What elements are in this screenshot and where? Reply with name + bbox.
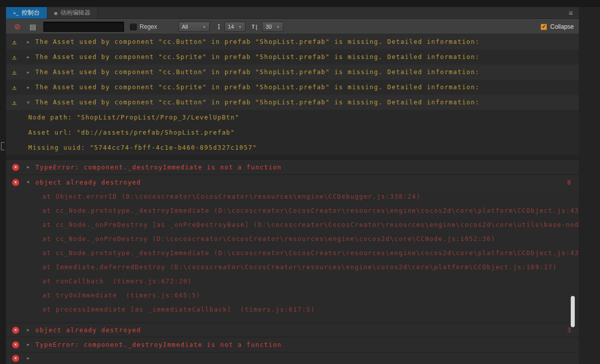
error-icon: ✕	[12, 341, 19, 348]
chevron-right-icon[interactable]: ▶	[25, 40, 31, 44]
chevron-down-icon[interactable]: ▼	[25, 100, 31, 105]
warning-icon: ⚠	[12, 84, 21, 91]
line-height-dropdown[interactable]: 30 ▼	[262, 22, 283, 32]
detail-text: Asset url: "db://assets/prefab/ShopList.…	[28, 129, 235, 136]
console-log-area[interactable]: ⚠ ▶ The Asset used by component "cc.Butt…	[6, 34, 579, 364]
error-count-badge: 8	[567, 179, 571, 186]
line-height-icon: T|	[252, 24, 258, 30]
log-row-warning[interactable]: ⚠ ▶ The Asset used by component "cc.Butt…	[6, 65, 579, 80]
section-divider	[6, 155, 579, 159]
chevron-right-icon[interactable]: ▶	[25, 165, 31, 169]
console-toolbar: ⊘ ▤ Regex All ▼ I 14 ▼ T| 30 ▼ ✓ Collaps…	[6, 19, 579, 34]
stack-text: at Object.errorID (D:\cocoscreator\Cocos…	[42, 193, 421, 200]
stack-text: at tryOnImmediate (timers.js:645:5)	[42, 292, 201, 299]
log-file-icon[interactable]: ▤	[30, 23, 36, 30]
filter-value: All	[182, 24, 188, 30]
tab-console-label: 控制台	[22, 9, 40, 17]
error-icon: ✕	[12, 355, 19, 362]
stack-text: at cc_Node.prototype._destroyImmediate (…	[42, 250, 579, 257]
warning-detail-line: Node path: "ShopList/PropList/Prop_3/Lev…	[6, 110, 579, 125]
log-row-error-expanded[interactable]: ✕ ▼ object already destroyed 8	[6, 174, 579, 190]
stack-trace-line: at tryOnImmediate (timers.js:645:5)	[6, 288, 579, 302]
chevron-down-icon[interactable]: ▼	[25, 180, 31, 185]
left-panel-handle[interactable]	[1, 142, 5, 150]
font-size-value: 14	[228, 24, 234, 30]
log-row-error[interactable]: ✕ ▶ TypeError: component._destroyImmedia…	[6, 159, 579, 174]
stack-trace-line: at Object.errorID (D:\cocoscreator\Cocos…	[6, 190, 579, 204]
collapse-toggle-group: ✓ Collapse	[541, 23, 574, 30]
log-message: object already destroyed	[35, 179, 141, 186]
search-input[interactable]	[43, 22, 124, 32]
log-row-error[interactable]: ✕ ▶ TypeError: component._destroyImmedia…	[6, 337, 579, 352]
panel-tab-bar: >_ 控制台 ▦ 动画编辑器 ≡	[6, 7, 579, 19]
stack-text: at cc_Node.prototype._destroyImmediate (…	[42, 207, 579, 214]
terminal-icon: >_	[13, 11, 19, 16]
chevron-right-icon[interactable]: ▶	[25, 328, 31, 332]
vertical-scrollbar-thumb[interactable]	[571, 296, 575, 327]
regex-label: Regex	[140, 23, 157, 30]
log-row-warning[interactable]: ⚠ ▶ The Asset used by component "cc.Butt…	[6, 34, 579, 49]
left-dock-edge	[0, 7, 6, 364]
log-message: object already destroyed	[35, 327, 141, 334]
warning-icon: ⚠	[12, 69, 21, 76]
warning-detail-line: Asset url: "db://assets/prefab/ShopList.…	[6, 125, 579, 140]
error-count-badge: 3	[567, 327, 571, 334]
chevron-right-icon[interactable]: ▶	[25, 55, 31, 59]
collapse-checkbox[interactable]: ✓	[541, 24, 547, 30]
panel-menu-icon[interactable]: ≡	[569, 9, 573, 17]
log-row-error-partial[interactable]: ✕ ▶	[6, 352, 579, 364]
log-row-error[interactable]: ✕ ▶ object already destroyed 3	[6, 323, 579, 337]
chevron-right-icon[interactable]: ▶	[25, 70, 31, 75]
font-size-dropdown[interactable]: 14 ▼	[224, 22, 246, 32]
stack-text: at runCallback (timers.js:672:20)	[42, 278, 192, 285]
tab-animation-editor[interactable]: ▦ 动画编辑器	[47, 7, 98, 19]
warning-icon: ⚠	[12, 53, 21, 60]
animation-icon: ▦	[54, 11, 57, 16]
stack-text: at cc_Node._onPreDestroy (D:\cocoscreato…	[42, 235, 496, 242]
warning-icon: ⚠	[12, 38, 21, 45]
chevron-right-icon[interactable]: ▶	[25, 85, 31, 90]
stack-trace-line: at cc_Node._onPreDestroy [as _onPreDestr…	[6, 218, 579, 232]
log-message: TypeError: component._destroyImmediate i…	[35, 164, 282, 171]
log-message: The Asset used by component "cc.Sprite" …	[35, 84, 479, 91]
error-icon: ✕	[12, 164, 19, 171]
filter-dropdown[interactable]: All ▼	[178, 22, 210, 32]
chevron-right-icon[interactable]: ▶	[25, 342, 31, 347]
stack-trace-line: at cc_Node._onPreDestroy (D:\cocoscreato…	[6, 232, 579, 246]
tab-animation-label: 动画编辑器	[60, 9, 90, 17]
stack-trace-line: at cc_Node.prototype._destroyImmediate (…	[6, 246, 579, 260]
chevron-right-icon[interactable]: ▶	[25, 356, 31, 360]
line-height-value: 30	[266, 24, 272, 30]
chevron-down-icon: ▼	[276, 25, 280, 29]
clear-console-icon[interactable]: ⊘	[14, 23, 21, 30]
log-row-warning[interactable]: ⚠ ▶ The Asset used by component "cc.Spri…	[6, 80, 579, 95]
window-top-strip	[0, 0, 600, 7]
font-size-icon: I	[218, 23, 220, 31]
log-message: The Asset used by component "cc.Sprite" …	[35, 53, 479, 60]
detail-text: Missing uuid: "5744cc74-fbff-4c1e-b460-8…	[28, 144, 257, 151]
stack-text: at cc_Node._onPreDestroy [as _onPreDestr…	[42, 221, 579, 228]
stack-trace-line: at runCallback (timers.js:672:20)	[6, 274, 579, 288]
stack-trace-line: at processImmediate [as _immediateCallba…	[6, 302, 579, 317]
right-dock-edge	[579, 7, 600, 364]
chevron-down-icon: ▼	[203, 25, 206, 29]
stack-trace-line: at cc_Node.prototype._destroyImmediate (…	[6, 204, 579, 218]
log-row-warning[interactable]: ⚠ ▶ The Asset used by component "cc.Spri…	[6, 49, 579, 65]
stack-trace-line: at Immediate.deferredDestroy (D:\cocoscr…	[6, 260, 579, 274]
log-row-warning-expanded[interactable]: ⚠ ▼ The Asset used by component "cc.Butt…	[6, 95, 579, 110]
log-message: The Asset used by component "cc.Button" …	[35, 69, 479, 76]
error-icon: ✕	[12, 179, 19, 186]
error-icon: ✕	[12, 327, 19, 334]
collapse-label: Collapse	[550, 23, 574, 30]
warning-detail-line: Missing uuid: "5744cc74-fbff-4c1e-b460-8…	[6, 140, 579, 155]
stack-text: at Immediate.deferredDestroy (D:\cocoscr…	[42, 264, 557, 271]
detail-text: Node path: "ShopList/PropList/Prop_3/Lev…	[28, 114, 239, 121]
log-message: The Asset used by component "cc.Button" …	[35, 38, 479, 45]
stack-text: at processImmediate [as _immediateCallba…	[42, 306, 315, 313]
tab-console[interactable]: >_ 控制台	[6, 7, 47, 19]
warning-icon: ⚠	[12, 99, 21, 106]
chevron-down-icon: ▼	[238, 25, 242, 29]
log-message: TypeError: component._destroyImmediate i…	[35, 341, 282, 348]
regex-checkbox[interactable]	[130, 24, 137, 30]
log-message: The Asset used by component "cc.Button" …	[35, 99, 479, 106]
